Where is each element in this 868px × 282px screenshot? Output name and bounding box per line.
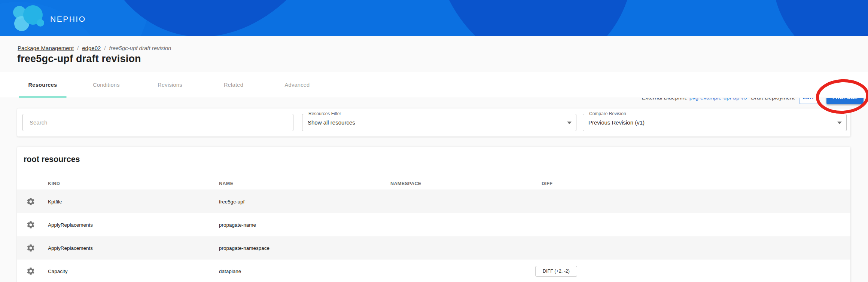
column-header-name: NAME [219,181,390,186]
tab-label: Resources [28,82,57,88]
gear-icon [26,197,35,206]
logo-text: NEPHIO [50,15,86,23]
header-art [0,0,868,36]
breadcrumb-current: free5gc-upf draft revision [109,45,171,51]
cell-name: free5gc-upf [219,199,390,205]
cell-name: propagate-name [219,222,390,228]
breadcrumb-separator: / [77,45,79,51]
resources-filter-value: Show all resources [308,119,355,126]
title-section: Package Management/edge02/free5gc-upf dr… [0,36,868,72]
resource-icon-cell [17,267,48,276]
app-header: NEPHIO [0,0,868,36]
page-title: free5gc-upf draft revision [17,53,141,65]
column-header-diff: DIFF [535,181,850,186]
resource-icon-cell [17,220,48,229]
tab-label: Related [224,82,243,88]
column-header-kind: KIND [48,181,219,186]
resource-icon-cell [17,243,48,252]
column-header-namespace: NAMESPACE [390,181,535,186]
compare-revision-select[interactable]: Compare Revision Previous Revision (v1) [583,114,847,131]
breadcrumb-separator: / [104,45,106,51]
diff-button[interactable]: DIFF (+2, -2) [535,266,577,277]
nephio-app: NEPHIO Package Management/edge02/free5gc… [0,0,868,282]
tab-label: Conditions [93,82,120,88]
breadcrumb-link[interactable]: Package Management [18,45,74,51]
cell-name: propagate-namespace [219,245,390,251]
filter-card: Resources Filter Show all resources Comp… [17,108,850,137]
breadcrumb-link[interactable]: edge02 [82,45,101,51]
table-title: root resources [24,155,80,164]
table-header-row: KINDNAMENAMESPACEDIFF [17,177,850,190]
resources-filter-label: Resources Filter [307,111,343,116]
tab-related[interactable]: Related [202,72,265,98]
tab-advanced[interactable]: Advanced [265,72,329,98]
tab-label: Revisions [158,82,182,88]
cell-kind: Kptfile [48,199,219,205]
breadcrumb: Package Management/edge02/free5gc-upf dr… [18,45,171,51]
gear-icon [26,243,35,252]
table-row[interactable]: Kptfilefree5gc-upf [17,190,850,213]
resources-filter-select[interactable]: Resources Filter Show all resources [302,114,576,131]
compare-revision-value: Previous Revision (v1) [588,119,645,126]
cell-kind: Capacity [48,269,219,274]
search-input[interactable] [22,114,293,131]
cell-kind: ApplyReplacements [48,222,219,228]
tab-revisions[interactable]: Revisions [138,72,202,98]
cell-name: dataplane [219,269,390,274]
chevron-down-icon [567,122,572,124]
tab-conditions[interactable]: Conditions [74,72,138,98]
gear-icon [26,267,35,276]
table-row[interactable]: ApplyReplacementspropagate-namespace [17,236,850,260]
table-row[interactable]: CapacitydataplaneDIFF (+2, -2) [17,260,850,282]
tab-resources[interactable]: Resources [11,72,74,98]
cell-diff: DIFF (+2, -2) [535,266,850,277]
cell-kind: ApplyReplacements [48,245,219,251]
nephio-logo[interactable]: NEPHIO [10,4,100,31]
resource-icon-cell [17,197,48,206]
tab-label: Advanced [285,82,310,88]
chevron-down-icon [837,122,842,124]
table-body: Kptfilefree5gc-upfApplyReplacementspropa… [17,190,850,282]
tab-bar: ResourcesConditionsRevisionsRelatedAdvan… [0,72,868,98]
compare-revision-label: Compare Revision [587,111,628,116]
gear-icon [26,220,35,229]
active-tab-indicator [19,96,67,98]
table-row[interactable]: ApplyReplacementspropagate-name [17,213,850,236]
logo-bubbles-icon [13,5,44,31]
resources-table-card: root resources KINDNAMENAMESPACEDIFF Kpt… [17,147,850,282]
